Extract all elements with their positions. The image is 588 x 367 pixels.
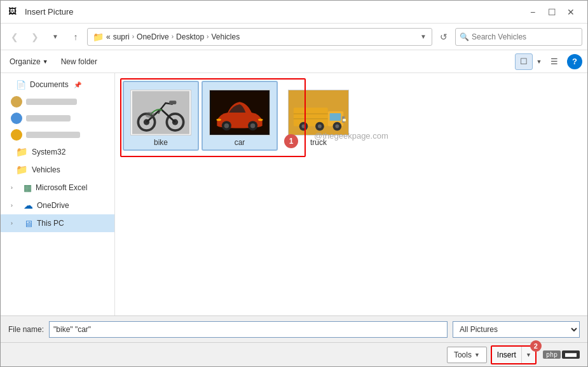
file-grid: bike	[120, 78, 582, 153]
search-icon: 🔍	[460, 32, 469, 41]
file-area: bike	[115, 73, 587, 315]
truck-thumbnail	[288, 90, 349, 135]
details-view-button[interactable]: ☰	[545, 53, 563, 70]
filename-input[interactable]	[49, 321, 448, 338]
view-buttons: ☐ ▼ ☰ ?	[515, 53, 582, 70]
search-box[interactable]: 🔍	[455, 28, 582, 46]
sidebar-item-vehicles[interactable]: 📁 Vehicles	[1, 161, 114, 179]
corner-badges: php ■■■	[543, 350, 580, 359]
filetype-dropdown[interactable]: All Pictures All Files JPEG (*.jpg) PNG …	[453, 321, 580, 338]
search-input[interactable]	[472, 32, 567, 41]
file-item-car[interactable]: car	[202, 81, 278, 151]
path-separator: «	[106, 32, 111, 41]
path-folder-icon: 📁	[93, 32, 104, 42]
thispc-icon: 🖥	[24, 218, 33, 229]
truck-label: truck	[310, 138, 327, 147]
bottom-bar: File name: All Pictures All Files JPEG (…	[1, 315, 587, 342]
svg-rect-27	[343, 118, 346, 121]
sidebar: 📄 Documents 📌 📁 System32	[1, 73, 115, 315]
minimize-button[interactable]: −	[524, 4, 542, 20]
organize-label: Organize	[10, 57, 41, 66]
bike-image	[132, 91, 189, 134]
organize-button[interactable]: Organize ▼	[6, 55, 52, 68]
insert-label: Insert	[497, 350, 516, 359]
filetype-dropdown-wrapper: All Pictures All Files JPEG (*.jpg) PNG …	[453, 321, 580, 338]
svg-point-22	[318, 124, 322, 128]
path-arrow1: ›	[132, 33, 134, 40]
insert-button-group: Insert ▼	[491, 345, 537, 364]
insert-badge: 2	[530, 340, 542, 352]
sidebar-label-this-pc: This PC	[37, 219, 64, 228]
car-thumbnail	[209, 90, 270, 135]
sidebar-label-excel: Microsoft Excel	[36, 183, 87, 192]
excel-expand-icon: ›	[11, 184, 20, 191]
system32-folder-icon: 📁	[16, 146, 28, 158]
close-button[interactable]: ✕	[562, 4, 580, 20]
sidebar-placeholder-1	[1, 93, 114, 110]
sidebar-item-system32[interactable]: 📁 System32	[1, 143, 114, 161]
help-button[interactable]: ?	[567, 54, 582, 69]
documents-icon: 📄	[16, 80, 26, 90]
address-bar: ❮ ❯ ▼ ↑ 📁 « supri › OneDrive › Desktop ›…	[1, 24, 587, 50]
thispc-expand-icon: ›	[11, 220, 20, 226]
sidebar-label-system32: System32	[32, 148, 65, 156]
path-arrow3: ›	[207, 33, 209, 40]
selection-badge: 1	[284, 134, 298, 148]
dialog-icon: 🖼	[8, 6, 20, 18]
vehicles-folder-icon: 📁	[16, 164, 28, 176]
bike-label: bike	[154, 138, 168, 147]
path-onedrive: OneDrive	[137, 32, 169, 41]
sidebar-item-microsoft-excel[interactable]: › ▦ Microsoft Excel	[1, 179, 114, 197]
dropdown-button[interactable]: ▼	[46, 28, 64, 46]
organize-dropdown-icon: ▼	[43, 59, 48, 65]
sidebar-placeholder-3	[1, 127, 114, 143]
car-label: car	[235, 138, 245, 147]
refresh-button[interactable]: ↺	[435, 28, 453, 46]
svg-point-10	[224, 123, 229, 128]
path-vehicles: Vehicles	[211, 32, 240, 41]
back-button[interactable]: ❮	[6, 28, 24, 46]
truck-image	[289, 90, 348, 135]
sidebar-item-documents[interactable]: 📄 Documents 📌	[1, 76, 114, 93]
sidebar-label-documents: Documents	[30, 80, 69, 89]
path-arrow2: ›	[172, 33, 174, 40]
forward-button[interactable]: ❯	[26, 28, 44, 46]
tools-label: Tools	[454, 350, 472, 359]
large-icons-view-button[interactable]: ☐	[515, 53, 533, 70]
svg-point-13	[216, 118, 221, 121]
svg-point-12	[258, 118, 263, 121]
excel-icon: ▦	[24, 183, 32, 193]
insert-picture-dialog: 🖼 Insert Picture − ☐ ✕ ❮ ❯ ▼ ↑ 📁 « supri…	[0, 0, 588, 367]
sidebar-placeholder-2	[1, 110, 114, 127]
path-dropdown-button[interactable]: ▼	[420, 33, 427, 40]
sidebar-item-onedrive[interactable]: › ☁ OneDrive	[1, 197, 114, 214]
sidebar-label-onedrive: OneDrive	[37, 201, 69, 210]
title-bar-controls: − ☐ ✕	[524, 4, 580, 20]
svg-point-6	[146, 112, 155, 118]
action-bar: Tools ▼ Insert ▼ 2 php ■■■	[1, 342, 587, 366]
new-folder-button[interactable]: New folder	[57, 55, 101, 68]
path-supri: supri	[113, 32, 130, 41]
onedrive-icon: ☁	[24, 200, 33, 211]
insert-button[interactable]: Insert	[492, 347, 521, 363]
placeholder-bar-1	[26, 99, 77, 105]
placeholder-bar-2	[26, 115, 71, 121]
file-item-bike[interactable]: bike	[123, 81, 199, 151]
php-badge: php	[543, 350, 561, 359]
pin-icon: 📌	[74, 81, 81, 88]
new-folder-label: New folder	[61, 57, 97, 66]
sidebar-item-this-pc[interactable]: › 🖥 This PC	[1, 214, 114, 232]
svg-point-24	[335, 124, 339, 128]
toolbar: Organize ▼ New folder ☐ ▼ ☰ ?	[1, 50, 587, 73]
title-bar-left: 🖼 Insert Picture	[8, 6, 74, 18]
address-path[interactable]: 📁 « supri › OneDrive › Desktop › Vehicle…	[87, 28, 432, 46]
path-desktop: Desktop	[176, 32, 204, 41]
svg-point-11	[250, 123, 256, 128]
up-button[interactable]: ↑	[67, 28, 85, 46]
insert-button-wrapper: Insert ▼ 2	[491, 345, 537, 364]
tools-button[interactable]: Tools ▼	[447, 347, 487, 363]
maximize-button[interactable]: ☐	[543, 4, 561, 20]
placeholder-circle-1	[11, 96, 22, 107]
view-dropdown-button[interactable]: ▼	[534, 53, 544, 70]
placeholder-circle-2	[11, 113, 22, 124]
